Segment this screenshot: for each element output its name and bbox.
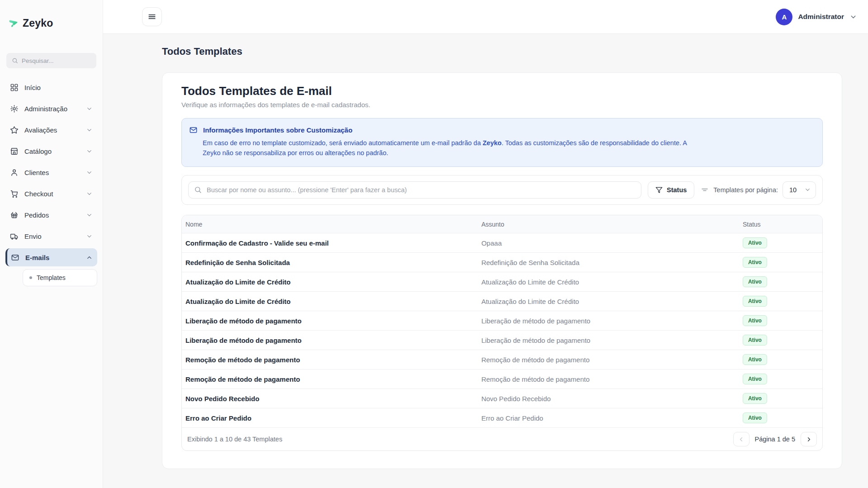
sidebar-item-emails[interactable]: E-mails	[5, 248, 97, 266]
sidebar-search[interactable]	[6, 53, 96, 68]
table-header-row: Nome Assunto Status	[182, 215, 822, 233]
notice-title: Informações Importantes sobre Customizaç…	[203, 126, 352, 134]
sidebar-item-label: Administração	[24, 105, 80, 113]
table-row[interactable]: Remoção de método de pagamento Remoção d…	[182, 370, 822, 389]
templates-table: Nome Assunto Status Confirmação de Cadas…	[182, 215, 822, 428]
page-info: Página 1 de 5	[755, 436, 796, 443]
pagination: Página 1 de 5	[733, 432, 817, 446]
cell-name: Confirmação de Cadastro - Valide seu e-m…	[182, 233, 478, 253]
status-badge: Ativo	[743, 374, 767, 384]
per-page-control: Templates por página: 10	[701, 181, 816, 199]
card-title: Todos Templates de E-mail	[181, 84, 823, 98]
cell-assunto: Opaaa	[478, 233, 739, 253]
table-row[interactable]: Erro ao Criar Pedido Erro ao Criar Pedid…	[182, 408, 822, 428]
table-row[interactable]: Confirmação de Cadastro - Valide seu e-m…	[182, 233, 822, 253]
funnel-icon	[655, 186, 663, 194]
page-content: Todos Templates Todos Templates de E-mai…	[103, 34, 868, 488]
chevron-down-icon	[86, 148, 93, 155]
status-badge: Ativo	[743, 237, 767, 248]
per-page-select[interactable]: 10	[783, 181, 816, 199]
brand-logo: Zeyko	[0, 0, 103, 29]
page-title: Todos Templates	[162, 46, 842, 57]
sidebar-item-envio[interactable]: Envio	[5, 227, 97, 245]
results-summary: Exibindo 1 a 10 de 43 Templates	[187, 436, 282, 443]
table-row[interactable]: Redefinição de Senha Solicitada Redefini…	[182, 253, 822, 272]
table-row[interactable]: Remoção de método de pagamento Remoção d…	[182, 350, 822, 370]
table-footer: Exibindo 1 a 10 de 43 Templates Página 1…	[182, 428, 822, 450]
status-badge: Ativo	[743, 296, 767, 307]
column-header-assunto: Assunto	[478, 215, 739, 233]
basket-icon	[10, 211, 19, 219]
sidebar-item-catalogo[interactable]: Catálogo	[5, 142, 97, 160]
chevron-down-icon	[86, 105, 93, 112]
templates-card: Todos Templates de E-mail Verifique as i…	[162, 72, 842, 469]
sidebar-item-clientes[interactable]: Clientes	[5, 163, 97, 181]
status-filter-button[interactable]: Status	[648, 181, 694, 199]
previous-page-button[interactable]	[733, 432, 749, 446]
cell-assunto: Novo Pedido Recebido	[478, 389, 739, 408]
cart-icon	[10, 190, 19, 198]
filter-lines-icon	[701, 186, 709, 194]
table-row[interactable]: Novo Pedido Recebido Novo Pedido Recebid…	[182, 389, 822, 408]
status-badge: Ativo	[743, 335, 767, 346]
sidebar-search-input[interactable]	[22, 57, 91, 64]
cell-assunto: Atualização do Limite de Crédito	[478, 292, 739, 311]
sidebar-item-label: Checkout	[24, 190, 80, 198]
table-row[interactable]: Liberação de método de pagamento Liberaç…	[182, 331, 822, 350]
store-icon	[10, 147, 19, 156]
table-toolbar: Status Templates por página: 10	[181, 175, 823, 205]
star-icon	[10, 126, 19, 134]
cell-assunto: Redefinição de Senha Solicitada	[478, 253, 739, 272]
user-icon	[10, 168, 19, 177]
cell-name: Atualização do Limite de Crédito	[182, 272, 478, 292]
sidebar-item-administracao[interactable]: Administração	[5, 99, 97, 118]
table-row[interactable]: Atualização do Limite de Crédito Atualiz…	[182, 292, 822, 311]
cell-assunto: Atualização do Limite de Crédito	[478, 272, 739, 292]
envelope-icon	[189, 126, 198, 134]
cell-assunto: Remoção de método de pagamento	[478, 370, 739, 389]
sidebar: Zeyko Início Administração	[0, 0, 103, 488]
zeyko-logo-icon	[8, 18, 19, 29]
chevron-down-icon	[86, 233, 93, 240]
menu-toggle-button[interactable]	[142, 7, 162, 26]
chevron-left-icon	[738, 436, 745, 443]
chevron-up-icon	[86, 254, 93, 261]
card-subtitle: Verifique as informações dos templates d…	[181, 101, 823, 109]
status-badge: Ativo	[743, 393, 767, 404]
sidebar-item-templates[interactable]: Templates	[23, 269, 97, 286]
chevron-right-icon	[806, 436, 812, 443]
status-filter-label: Status	[667, 186, 687, 194]
sidebar-item-inicio[interactable]: Início	[5, 78, 97, 96]
user-name: Administrator	[798, 13, 844, 21]
per-page-label: Templates por página:	[713, 186, 778, 194]
sidebar-item-avaliacoes[interactable]: Avaliações	[5, 121, 97, 139]
next-page-button[interactable]	[801, 432, 817, 446]
cell-name: Erro ao Criar Pedido	[182, 408, 478, 428]
table-row[interactable]: Atualização do Limite de Crédito Atualiz…	[182, 272, 822, 292]
sidebar-item-label: Início	[24, 84, 93, 91]
search-icon	[194, 186, 202, 194]
sidebar-subitem-label: Templates	[37, 274, 66, 281]
cell-name: Remoção de método de pagamento	[182, 350, 478, 370]
sidebar-item-label: Catálogo	[24, 147, 80, 155]
sidebar-item-pedidos[interactable]: Pedidos	[5, 206, 97, 224]
cell-name: Liberação de método de pagamento	[182, 331, 478, 350]
truck-icon	[10, 232, 19, 241]
user-menu[interactable]: A Administrator	[776, 9, 857, 25]
status-badge: Ativo	[743, 276, 767, 287]
table-row[interactable]: Liberação de método de pagamento Liberaç…	[182, 311, 822, 331]
customization-notice: Informações Importantes sobre Customizaç…	[181, 118, 823, 167]
bullet-icon	[29, 276, 32, 279]
templates-table-container: Nome Assunto Status Confirmação de Cadas…	[181, 215, 823, 451]
column-header-status: Status	[739, 215, 822, 233]
main-area: A Administrator Todos Templates Todos Te…	[103, 0, 868, 488]
template-search	[188, 181, 641, 199]
envelope-icon	[11, 253, 19, 262]
chevron-down-icon	[86, 127, 93, 133]
chevron-down-icon	[804, 186, 811, 193]
template-search-input[interactable]	[188, 181, 641, 199]
sidebar-item-checkout[interactable]: Checkout	[5, 185, 97, 203]
cell-name: Redefinição de Senha Solicitada	[182, 253, 478, 272]
sidebar-item-label: Envio	[24, 232, 80, 240]
grid-icon	[10, 83, 19, 92]
